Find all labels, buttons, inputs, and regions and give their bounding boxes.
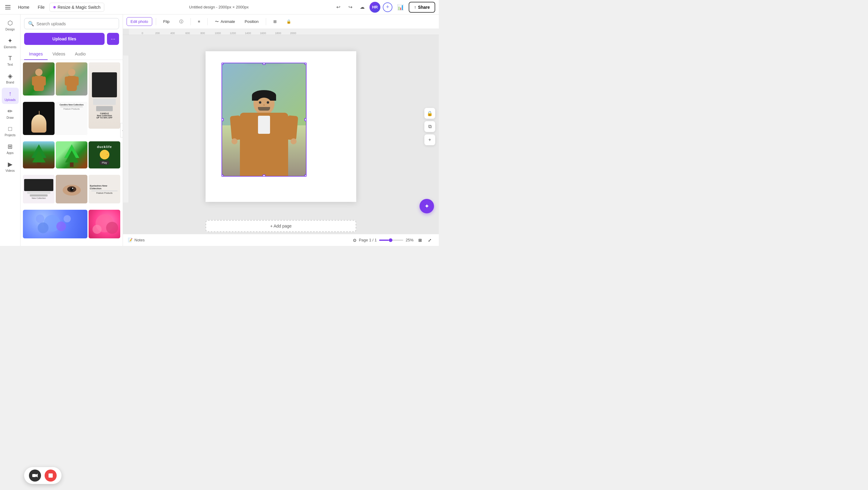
list-item[interactable] xyxy=(56,141,87,169)
upload-more-button[interactable]: ··· xyxy=(107,33,119,45)
sidebar-item-label: Apps xyxy=(7,151,13,155)
copy-element-button[interactable]: ⧉ xyxy=(424,121,435,132)
redo-button[interactable]: ↪ xyxy=(345,2,355,12)
tab-audio[interactable]: Audio xyxy=(70,49,90,60)
list-item[interactable]: CANDLENew CollectionUP TO 50% OFF xyxy=(89,62,120,129)
cloud-save-button[interactable]: ☁ xyxy=(358,2,367,12)
notes-button[interactable]: 📝 Notes xyxy=(128,238,145,242)
zoom-track[interactable] xyxy=(379,240,403,241)
svg-point-23 xyxy=(56,221,66,231)
animate-button[interactable]: 〜 Animate xyxy=(211,17,239,26)
sidebar-item-apps[interactable]: ⊞ Apps xyxy=(2,141,19,157)
selection-handle-bl[interactable] xyxy=(221,175,224,177)
resize-dot xyxy=(53,6,56,8)
toolbar-separator xyxy=(156,18,156,25)
list-item[interactable]: ducklife Play xyxy=(89,141,120,169)
info-button[interactable]: ⓘ xyxy=(176,17,187,26)
selection-handle-bm[interactable] xyxy=(262,175,266,177)
canvas-area: Edit photo Flip ⓘ ≡ 〜 Animate Position ⊞… xyxy=(123,14,439,246)
magic-button[interactable]: ✦ xyxy=(420,199,434,213)
sidebar-item-label: Videos xyxy=(5,169,14,172)
editor-toolbar: Edit photo Flip ⓘ ≡ 〜 Animate Position ⊞… xyxy=(123,14,439,29)
selection-handle-mr[interactable] xyxy=(304,118,307,121)
edit-photo-button[interactable]: Edit photo xyxy=(127,17,152,26)
sidebar-item-brand[interactable]: ◈ Brand xyxy=(2,70,19,87)
selection-handle-br[interactable] xyxy=(304,175,307,177)
search-input[interactable] xyxy=(36,21,115,26)
add-element-button[interactable]: + xyxy=(424,134,435,145)
list-item[interactable] xyxy=(89,210,120,238)
zoom-dot[interactable] xyxy=(389,238,393,242)
svg-point-4 xyxy=(68,69,75,76)
lines-button[interactable]: ≡ xyxy=(194,18,204,26)
sidebar-item-text[interactable]: T Text xyxy=(2,53,19,69)
canvas-document[interactable]: ⧉ 🗑 ··· ↺ ↺ xyxy=(206,51,356,202)
flip-button[interactable]: Flip xyxy=(160,18,173,26)
svg-point-25 xyxy=(36,215,44,223)
zoom-slider[interactable] xyxy=(379,240,403,241)
list-item[interactable]: New Collection xyxy=(23,175,55,204)
search-input-wrap[interactable]: 🔍 xyxy=(24,18,119,29)
notes-icon: 📝 xyxy=(128,238,133,242)
sidebar-item-uploads[interactable]: ↑ Uploads xyxy=(2,88,19,104)
resize-magic-switch[interactable]: Resize & Magic Switch xyxy=(50,3,104,12)
ruler-mark: 1400 xyxy=(241,32,255,35)
selection-handle-tl[interactable] xyxy=(221,63,224,65)
selection-handle-ml[interactable] xyxy=(221,118,224,121)
image-grid: CANDLENew CollectionUP TO 50% OFF Candle… xyxy=(21,60,123,246)
zoom-level[interactable]: 25% xyxy=(406,238,413,242)
canvas-element-image[interactable]: ⧉ 🗑 ··· ↺ ↺ xyxy=(221,63,307,177)
upload-btn-row: Upload files ··· xyxy=(21,33,123,49)
sidebar-item-label: Projects xyxy=(4,133,16,137)
uploads-panel: 🔍 Upload files ··· Images Videos Audio xyxy=(21,14,123,246)
sidebar-item-design[interactable]: ⬡ Design xyxy=(2,17,19,33)
fit-view-button[interactable]: ⤢ xyxy=(426,236,434,244)
sidebar-item-label: Design xyxy=(5,28,15,31)
sidebar-item-projects[interactable]: □ Projects xyxy=(2,123,19,139)
sidebar-item-videos[interactable]: ▶ Videos xyxy=(2,158,19,175)
canvas-wrapper[interactable]: ⧉ 🗑 ··· ↺ ↺ 🔒 ⧉ + ✦ xyxy=(123,35,439,218)
search-icon: 🔍 xyxy=(28,21,34,27)
list-item[interactable] xyxy=(23,102,55,135)
lock-button[interactable]: 🔒 xyxy=(283,18,295,26)
animate-label: Animate xyxy=(221,19,235,24)
ruler-side xyxy=(123,56,129,203)
home-nav[interactable]: Home xyxy=(14,3,33,11)
file-nav[interactable]: File xyxy=(34,3,48,11)
list-item[interactable]: Eyelashes New Collection Feature Product… xyxy=(89,175,120,204)
svg-point-0 xyxy=(35,69,42,76)
brand-icon: ◈ xyxy=(8,72,12,80)
sidebar-item-elements[interactable]: ✦ Elements xyxy=(2,35,19,51)
selection-handle-tm[interactable] xyxy=(262,63,266,65)
ruler-mark: 1200 xyxy=(225,32,241,35)
list-item[interactable] xyxy=(23,141,55,169)
hide-pages-icon[interactable]: ⊙ xyxy=(353,238,356,243)
list-item[interactable] xyxy=(56,62,87,95)
analytics-button[interactable]: 📊 xyxy=(395,3,406,12)
tab-videos[interactable]: Videos xyxy=(48,49,70,60)
svg-rect-13 xyxy=(70,162,73,167)
topbar-actions: ↩ ↪ ☁ HR + 📊 ↑ Share xyxy=(333,2,435,13)
sidebar-item-draw[interactable]: ✏ Draw xyxy=(2,105,19,122)
add-collaborator-button[interactable]: + xyxy=(383,2,393,12)
upload-files-button[interactable]: Upload files xyxy=(24,33,104,45)
selection-handle-tr[interactable] xyxy=(304,63,307,65)
grid-button[interactable]: ⊞ xyxy=(270,18,280,26)
svg-rect-7 xyxy=(75,76,79,86)
position-button[interactable]: Position xyxy=(241,18,262,26)
list-item[interactable] xyxy=(56,175,87,204)
add-page-button[interactable]: + Add page xyxy=(206,220,356,232)
undo-button[interactable]: ↩ xyxy=(333,2,343,12)
user-avatar[interactable]: HR xyxy=(370,2,380,13)
hide-panel-button[interactable]: ◀ xyxy=(120,123,123,137)
ruler-mark: 800 xyxy=(195,32,210,35)
main-layout: ⬡ Design ✦ Elements T Text ◈ Brand ↑ Upl… xyxy=(0,14,439,246)
list-item[interactable] xyxy=(23,210,87,238)
share-button[interactable]: ↑ Share xyxy=(409,2,435,13)
lock-element-button[interactable]: 🔒 xyxy=(424,108,435,119)
grid-view-button[interactable]: ⊞ xyxy=(416,236,424,244)
tab-images[interactable]: Images xyxy=(24,49,48,60)
list-item[interactable] xyxy=(23,62,55,95)
list-item[interactable]: Candles New Collection Feature Products xyxy=(56,102,87,135)
hamburger-button[interactable] xyxy=(4,3,12,11)
